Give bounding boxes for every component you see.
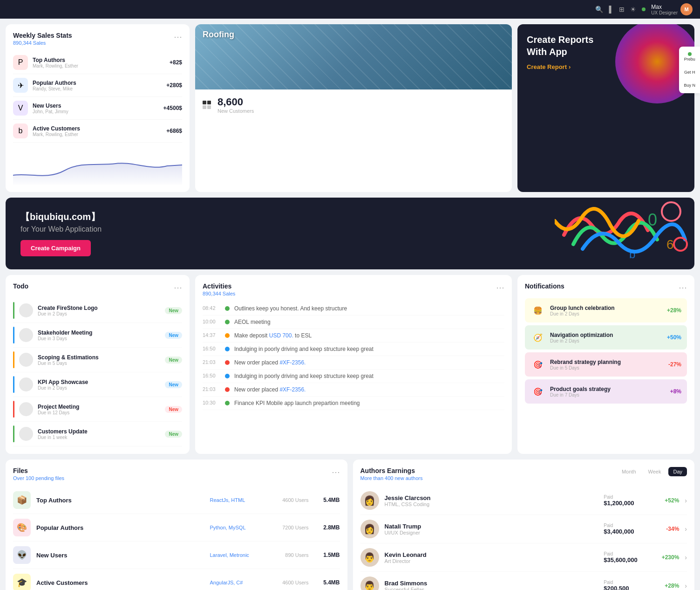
user-avatar[interactable]: M: [680, 3, 693, 15]
todo-avatar: [19, 402, 33, 416]
tab-month[interactable]: Month: [617, 467, 641, 476]
activity-time: 08:42: [203, 305, 220, 311]
notif-icon: 🍔: [530, 303, 545, 318]
activity-link[interactable]: #XF-2356.: [279, 359, 306, 366]
file-size: 2.8MB: [314, 524, 340, 531]
todo-card: Todo ⋯ Create FireStone Logo Due in 2 Da…: [6, 275, 190, 454]
author-change: +28%: [656, 583, 679, 589]
sq2: [207, 101, 211, 104]
file-item: 👽 New Users Laravel, Metronic 890 Users …: [13, 542, 340, 569]
stat-info: Active Customers Mark, Rowling, Esther: [33, 125, 162, 137]
activity-link[interactable]: USD 700.: [269, 332, 293, 339]
search-icon[interactable]: 🔍: [595, 6, 603, 13]
username: Max: [651, 4, 678, 10]
todo-item: Customers Update Due in 1 week New: [13, 422, 182, 446]
files-menu[interactable]: ⋯: [332, 467, 340, 477]
author-name: Natali Trump: [385, 523, 598, 530]
activity-text: Indulging in poorly driving and keep str…: [234, 373, 504, 379]
roofing-image: Roofing: [195, 24, 512, 89]
todo-header: Todo ⋯: [13, 282, 182, 293]
activity-time: 14:37: [203, 332, 220, 338]
activity-item: 14:37 Make deposit USD 700. to ESL: [203, 329, 504, 343]
activity-text: New order placed #XF-2356.: [234, 359, 504, 366]
notifications-title: Notifications: [525, 282, 564, 290]
battery-icon: ▌: [609, 6, 613, 13]
status-dot: [642, 7, 646, 11]
author-paid-col: Paid $35,600,000: [604, 551, 650, 563]
chevron-right-icon[interactable]: ›: [685, 554, 687, 561]
authors-earnings-card: Authors Earnings More than 400 new autho…: [353, 460, 695, 590]
notif-info: Navigation optimization Due in 2 Days: [550, 332, 662, 343]
sun-icon[interactable]: ☀: [630, 6, 636, 13]
notifications-menu[interactable]: ⋯: [679, 282, 687, 293]
author-avatar: 👨: [360, 576, 379, 590]
todo-name: Scoping & Estimations: [38, 354, 160, 361]
activities-menu[interactable]: ⋯: [496, 282, 504, 293]
tab-day[interactable]: Day: [668, 467, 687, 476]
todo-badge: New: [165, 381, 182, 388]
todo-color-bar: [13, 425, 14, 442]
todo-due: Due in 1 week: [38, 435, 160, 440]
activity-dot: [225, 387, 230, 392]
file-item: 📦 Top Authors ReactJs, HTML 4600 Users 5…: [13, 487, 340, 514]
stat-name: New Users: [33, 103, 159, 109]
todo-item: Scoping & Estimations Due in 5 Days New: [13, 348, 182, 372]
new-customers-label: New Customers: [217, 108, 254, 114]
activity-item: 08:42 Outlines keep you honest. And keep…: [203, 302, 504, 316]
author-name: Jessie Clarcson: [385, 494, 598, 501]
activities-header: Activities 890,344 Sales ⋯: [203, 282, 504, 296]
todo-info: KPI App Showcase Due in 2 Days: [38, 379, 160, 391]
todo-info: Stakeholder Meeting Due in 3 Days: [38, 329, 160, 341]
file-tags: AngularJS, C#: [210, 580, 266, 585]
file-name: Top Authors: [36, 497, 204, 504]
stat-name: Active Customers: [33, 125, 162, 132]
sidebar-peek-item-1[interactable]: Prebu: [682, 50, 697, 63]
file-icon: 👽: [13, 546, 31, 564]
notif-item: 🎯 Product goals strategy Due in 7 Days +…: [525, 379, 687, 404]
activities-card: Activities 890,344 Sales ⋯ 08:42 Outline…: [195, 275, 512, 454]
notif-info: Rebrand strategy planning Due in 5 Days: [550, 359, 664, 370]
notif-info: Group lunch celebration Due in 2 Days: [550, 305, 662, 316]
notif-due: Due in 2 Days: [550, 338, 662, 343]
authors-header: Authors Earnings More than 400 new autho…: [360, 467, 687, 481]
grid-icon[interactable]: ⊞: [619, 6, 625, 13]
todo-due: Due in 5 Days: [38, 361, 160, 366]
todo-due: Due in 2 Days: [38, 385, 160, 391]
roofing-img-bg: [195, 24, 512, 89]
todo-badge: New: [165, 332, 182, 339]
sidebar-peek-item-2[interactable]: Get H: [682, 68, 697, 76]
chevron-right-icon[interactable]: ›: [685, 497, 687, 504]
notifications-header: Notifications ⋯: [525, 282, 687, 293]
todo-info: Project Meeting Due in 12 Days: [38, 404, 160, 415]
file-tags: Python, MySQL: [210, 525, 266, 530]
notif-item: 🍔 Group lunch celebration Due in 2 Days …: [525, 298, 687, 322]
notif-name: Navigation optimization: [550, 332, 662, 338]
activity-text: Indulging in poorly driving and keep str…: [234, 346, 504, 352]
stat-info: Popular Authors Randy, Steve, Mike: [33, 80, 162, 91]
file-icon: 📦: [13, 491, 31, 509]
author-info: Natali Trump UI/UX Designer: [385, 523, 598, 535]
notif-icon: 🎯: [530, 357, 545, 372]
chevron-right-icon[interactable]: ›: [685, 582, 687, 590]
create-campaign-button[interactable]: Create Campaign: [20, 240, 91, 256]
todo-menu[interactable]: ⋯: [174, 282, 182, 293]
file-name: Active Customers: [36, 579, 204, 586]
weekly-sales-title: Weekly Sales Stats: [13, 32, 72, 39]
sidebar-peek-item-3[interactable]: Buy N: [682, 81, 697, 89]
activity-link[interactable]: #XF-2356.: [279, 386, 306, 393]
todo-badge: New: [165, 431, 182, 438]
file-users: 890 Users: [272, 552, 309, 558]
weekly-sales-menu[interactable]: ⋯: [174, 32, 182, 42]
create-report-link[interactable]: Create Report ›: [527, 63, 685, 70]
activity-item: 21:03 New order placed #XF-2356.: [203, 356, 504, 370]
activity-item: 21:03 New order placed #XF-2356.: [203, 383, 504, 397]
stat-info: Top Authors Mark, Rowling, Esther: [33, 57, 165, 69]
author-change: +230%: [656, 554, 679, 561]
chevron-right-icon[interactable]: ›: [685, 525, 687, 533]
todo-title: Todo: [13, 282, 28, 290]
author-info: Kevin Leonard Art Director: [385, 551, 598, 564]
tab-week[interactable]: Week: [644, 467, 666, 476]
activity-item: 10:30 Finance KPI Mobile app launch prep…: [203, 397, 504, 410]
todo-item: Stakeholder Meeting Due in 3 Days New: [13, 323, 182, 348]
todo-item: Project Meeting Due in 12 Days New: [13, 397, 182, 422]
